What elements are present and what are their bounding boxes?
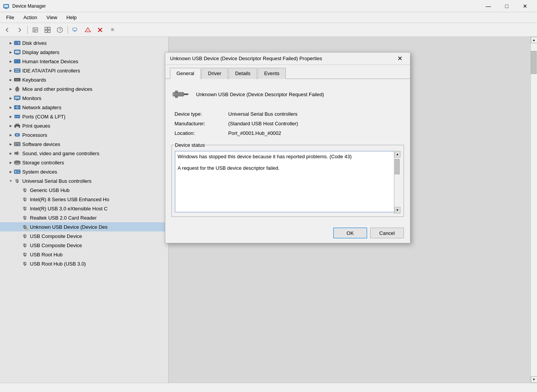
app-icon [3, 3, 9, 9]
svg-text:≡: ≡ [111, 27, 114, 33]
scroll-track [394, 157, 400, 207]
device-status-text[interactable] [175, 151, 400, 212]
svg-rect-1 [4, 5, 8, 7]
minimize-button[interactable]: — [479, 0, 497, 12]
svg-rect-9 [48, 27, 50, 30]
scroll-up-arrow[interactable]: ▲ [531, 37, 537, 43]
svg-rect-11 [48, 30, 50, 33]
svg-text:?: ? [59, 28, 61, 32]
warning-button[interactable]: ! [82, 25, 94, 35]
svg-rect-102 [175, 91, 178, 92]
device-name-display: Unknown USB Device (Device Descriptor Re… [196, 92, 324, 97]
svg-rect-103 [175, 96, 178, 98]
scroll-down-arrow[interactable]: ▼ [395, 207, 400, 213]
dialog-close-button[interactable]: ✕ [394, 54, 405, 63]
svg-rect-10 [45, 30, 47, 33]
location-value: Port_#0001.Hub_#0002 [228, 130, 404, 136]
properties-button[interactable] [30, 25, 41, 35]
svg-rect-5 [34, 29, 37, 29]
dialog-title-bar: Unknown USB Device (Device Descriptor Re… [165, 52, 410, 65]
svg-rect-101 [173, 92, 184, 96]
svg-rect-105 [172, 93, 174, 95]
scroll-thumb[interactable] [395, 159, 400, 174]
properties-dialog: Unknown USB Device (Device Descriptor Re… [165, 52, 410, 243]
scroll-down-arrow[interactable]: ▼ [531, 376, 537, 383]
scan-button[interactable] [70, 25, 81, 35]
cancel-action-button[interactable] [94, 25, 106, 35]
device-status-legend: Device status [175, 142, 205, 148]
dialog-buttons: OK Cancel [165, 223, 410, 243]
tab-details[interactable]: Details [229, 68, 257, 79]
svg-rect-3 [5, 8, 8, 9]
menu-file[interactable]: File [2, 13, 19, 22]
svg-rect-14 [73, 28, 77, 31]
device-status-group: Device status ▲ ▼ [171, 142, 404, 217]
device-header: Unknown USB Device (Device Descriptor Re… [171, 85, 404, 103]
window-controls: — □ ✕ [479, 0, 534, 12]
tab-general[interactable]: General [170, 68, 201, 79]
tab-content-general: Unknown USB Device (Device Descriptor Re… [165, 79, 410, 223]
svg-rect-16 [74, 31, 75, 31]
location-label: Location: [175, 130, 228, 136]
more-button[interactable]: ≡ [107, 25, 118, 35]
main-scrollbar[interactable]: ▲ ▼ [530, 37, 537, 383]
scroll-track [531, 43, 537, 376]
menu-help[interactable]: Help [62, 13, 81, 22]
toolbar: ? ! ≡ [0, 23, 537, 37]
menu-view[interactable]: View [42, 13, 62, 22]
dialog-title: Unknown USB Device (Device Descriptor Re… [170, 56, 394, 61]
svg-rect-6 [34, 30, 37, 30]
menu-bar: File Action View Help [0, 12, 537, 23]
cancel-button[interactable]: Cancel [370, 228, 404, 238]
status-scrollbar[interactable]: ▲ ▼ [394, 151, 400, 213]
main-area: ▶ Disk drives ▶ Display a [0, 37, 537, 383]
svg-rect-104 [184, 93, 188, 95]
forward-button[interactable] [14, 25, 25, 35]
status-bar [0, 383, 537, 392]
close-button[interactable]: ✕ [516, 0, 534, 12]
tab-events[interactable]: Events [258, 68, 286, 79]
help-button[interactable]: ? [54, 25, 66, 35]
svg-rect-7 [34, 31, 36, 31]
title-bar: Device Manager — □ ✕ [0, 0, 537, 12]
dialog-content: General Driver Details Events [165, 65, 410, 243]
device-info-table: Device type: Universal Serial Bus contro… [171, 111, 404, 136]
scroll-up-arrow[interactable]: ▲ [395, 151, 400, 157]
tab-bar: General Driver Details Events [165, 65, 410, 79]
window-title: Device Manager [12, 3, 479, 9]
view-button[interactable] [42, 25, 53, 35]
menu-action[interactable]: Action [19, 13, 42, 22]
device-type-label: Device type: [175, 111, 228, 117]
svg-rect-15 [74, 31, 76, 31]
device-icon-large [171, 85, 190, 103]
tab-driver[interactable]: Driver [201, 68, 228, 79]
device-type-value: Universal Serial Bus controllers [228, 111, 404, 117]
svg-text:!: ! [87, 29, 88, 32]
svg-rect-8 [45, 27, 47, 30]
back-button[interactable] [2, 25, 13, 35]
maximize-button[interactable]: □ [498, 0, 516, 12]
scroll-thumb[interactable] [531, 51, 537, 74]
ok-button[interactable]: OK [333, 228, 367, 238]
manufacturer-label: Manufacturer: [175, 121, 228, 126]
manufacturer-value: (Standard USB Host Controller) [228, 121, 404, 126]
separator-2 [68, 26, 68, 34]
separator-1 [27, 26, 28, 34]
